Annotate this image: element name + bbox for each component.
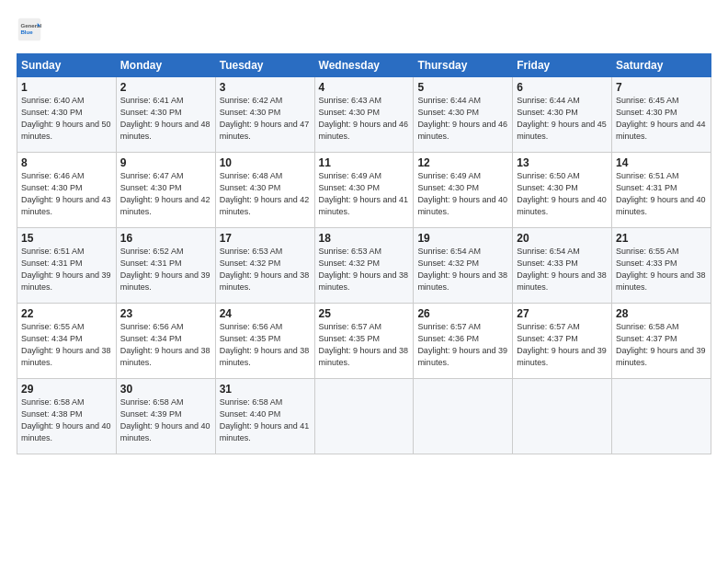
day-number: 10 bbox=[220, 156, 311, 169]
header-thursday: Thursday bbox=[414, 54, 513, 77]
day-info: Sunrise: 6:56 AMSunset: 4:34 PMDaylight:… bbox=[120, 322, 210, 367]
day-info: Sunrise: 6:49 AMSunset: 4:30 PMDaylight:… bbox=[417, 171, 507, 216]
header-tuesday: Tuesday bbox=[215, 54, 314, 77]
calendar-week-row: 22 Sunrise: 6:55 AMSunset: 4:34 PMDaylig… bbox=[17, 304, 711, 379]
calendar-week-row: 29 Sunrise: 6:58 AMSunset: 4:38 PMDaylig… bbox=[17, 379, 711, 454]
day-info: Sunrise: 6:45 AMSunset: 4:30 PMDaylight:… bbox=[616, 96, 706, 141]
day-number: 24 bbox=[220, 307, 311, 320]
day-number: 17 bbox=[220, 232, 311, 245]
calendar-cell: 13 Sunrise: 6:50 AMSunset: 4:30 PMDaylig… bbox=[513, 153, 612, 228]
calendar-cell: 17 Sunrise: 6:53 AMSunset: 4:32 PMDaylig… bbox=[215, 228, 314, 304]
calendar-cell: 26 Sunrise: 6:57 AMSunset: 4:36 PMDaylig… bbox=[414, 304, 513, 379]
day-number: 4 bbox=[319, 81, 410, 94]
day-number: 3 bbox=[220, 81, 311, 94]
calendar-week-row: 8 Sunrise: 6:46 AMSunset: 4:30 PMDayligh… bbox=[17, 153, 711, 228]
calendar-table: SundayMondayTuesdayWednesdayThursdayFrid… bbox=[17, 53, 711, 454]
calendar-cell bbox=[314, 379, 414, 454]
day-number: 29 bbox=[21, 383, 112, 396]
day-number: 25 bbox=[319, 307, 410, 320]
day-number: 9 bbox=[120, 156, 211, 169]
day-number: 15 bbox=[21, 232, 112, 245]
day-number: 14 bbox=[616, 156, 707, 169]
calendar-cell: 22 Sunrise: 6:55 AMSunset: 4:34 PMDaylig… bbox=[17, 304, 117, 379]
calendar-cell: 11 Sunrise: 6:49 AMSunset: 4:30 PMDaylig… bbox=[314, 153, 414, 228]
header-sunday: Sunday bbox=[17, 54, 117, 77]
header-saturday: Saturday bbox=[612, 54, 711, 77]
calendar-week-row: 15 Sunrise: 6:51 AMSunset: 4:31 PMDaylig… bbox=[17, 228, 711, 304]
day-info: Sunrise: 6:55 AMSunset: 4:33 PMDaylight:… bbox=[616, 247, 706, 292]
calendar-cell: 18 Sunrise: 6:53 AMSunset: 4:32 PMDaylig… bbox=[314, 228, 414, 304]
day-info: Sunrise: 6:54 AMSunset: 4:32 PMDaylight:… bbox=[417, 247, 507, 292]
day-info: Sunrise: 6:40 AMSunset: 4:30 PMDaylight:… bbox=[21, 96, 111, 141]
calendar-cell bbox=[414, 379, 513, 454]
day-number: 23 bbox=[120, 307, 211, 320]
calendar-cell: 20 Sunrise: 6:54 AMSunset: 4:33 PMDaylig… bbox=[513, 228, 612, 304]
calendar-cell: 21 Sunrise: 6:55 AMSunset: 4:33 PMDaylig… bbox=[612, 228, 711, 304]
day-number: 11 bbox=[319, 156, 410, 169]
day-number: 28 bbox=[616, 307, 707, 320]
calendar-cell: 7 Sunrise: 6:45 AMSunset: 4:30 PMDayligh… bbox=[612, 77, 711, 153]
day-number: 12 bbox=[417, 156, 508, 169]
calendar-header-row: SundayMondayTuesdayWednesdayThursdayFrid… bbox=[17, 54, 711, 77]
calendar-cell: 6 Sunrise: 6:44 AMSunset: 4:30 PMDayligh… bbox=[513, 77, 612, 153]
calendar-cell: 28 Sunrise: 6:58 AMSunset: 4:37 PMDaylig… bbox=[612, 304, 711, 379]
day-info: Sunrise: 6:54 AMSunset: 4:33 PMDaylight:… bbox=[517, 247, 607, 292]
header-monday: Monday bbox=[116, 54, 215, 77]
calendar-cell: 15 Sunrise: 6:51 AMSunset: 4:31 PMDaylig… bbox=[17, 228, 117, 304]
day-info: Sunrise: 6:42 AMSunset: 4:30 PMDaylight:… bbox=[220, 96, 310, 141]
day-number: 27 bbox=[517, 307, 608, 320]
day-info: Sunrise: 6:44 AMSunset: 4:30 PMDaylight:… bbox=[517, 96, 607, 141]
day-info: Sunrise: 6:58 AMSunset: 4:40 PMDaylight:… bbox=[220, 397, 310, 442]
calendar-cell bbox=[612, 379, 711, 454]
calendar-cell: 12 Sunrise: 6:49 AMSunset: 4:30 PMDaylig… bbox=[414, 153, 513, 228]
day-number: 22 bbox=[21, 307, 112, 320]
day-info: Sunrise: 6:58 AMSunset: 4:37 PMDaylight:… bbox=[616, 322, 706, 367]
calendar-cell: 5 Sunrise: 6:44 AMSunset: 4:30 PMDayligh… bbox=[414, 77, 513, 153]
day-number: 6 bbox=[517, 81, 608, 94]
day-info: Sunrise: 6:52 AMSunset: 4:31 PMDaylight:… bbox=[120, 247, 210, 292]
calendar-cell: 8 Sunrise: 6:46 AMSunset: 4:30 PMDayligh… bbox=[17, 153, 117, 228]
day-info: Sunrise: 6:49 AMSunset: 4:30 PMDaylight:… bbox=[319, 171, 409, 216]
day-number: 19 bbox=[417, 232, 508, 245]
day-info: Sunrise: 6:53 AMSunset: 4:32 PMDaylight:… bbox=[220, 247, 310, 292]
logo: General Blue bbox=[17, 17, 46, 42]
calendar-week-row: 1 Sunrise: 6:40 AMSunset: 4:30 PMDayligh… bbox=[17, 77, 711, 153]
calendar-cell: 14 Sunrise: 6:51 AMSunset: 4:31 PMDaylig… bbox=[612, 153, 711, 228]
calendar-cell: 24 Sunrise: 6:56 AMSunset: 4:35 PMDaylig… bbox=[215, 304, 314, 379]
day-info: Sunrise: 6:57 AMSunset: 4:35 PMDaylight:… bbox=[319, 322, 409, 367]
day-number: 26 bbox=[417, 307, 508, 320]
day-info: Sunrise: 6:43 AMSunset: 4:30 PMDaylight:… bbox=[319, 96, 409, 141]
day-info: Sunrise: 6:46 AMSunset: 4:30 PMDaylight:… bbox=[21, 171, 111, 216]
day-number: 7 bbox=[616, 81, 707, 94]
calendar-cell: 1 Sunrise: 6:40 AMSunset: 4:30 PMDayligh… bbox=[17, 77, 117, 153]
day-info: Sunrise: 6:51 AMSunset: 4:31 PMDaylight:… bbox=[21, 247, 111, 292]
day-number: 30 bbox=[120, 383, 211, 396]
calendar-cell: 4 Sunrise: 6:43 AMSunset: 4:30 PMDayligh… bbox=[314, 77, 414, 153]
header-wednesday: Wednesday bbox=[314, 54, 414, 77]
logo-icon: General Blue bbox=[17, 17, 42, 42]
day-number: 2 bbox=[120, 81, 211, 94]
calendar-cell: 25 Sunrise: 6:57 AMSunset: 4:35 PMDaylig… bbox=[314, 304, 414, 379]
calendar-cell: 3 Sunrise: 6:42 AMSunset: 4:30 PMDayligh… bbox=[215, 77, 314, 153]
svg-text:Blue: Blue bbox=[20, 29, 33, 35]
day-number: 1 bbox=[21, 81, 112, 94]
day-info: Sunrise: 6:47 AMSunset: 4:30 PMDaylight:… bbox=[120, 171, 210, 216]
calendar-cell: 2 Sunrise: 6:41 AMSunset: 4:30 PMDayligh… bbox=[116, 77, 215, 153]
day-info: Sunrise: 6:56 AMSunset: 4:35 PMDaylight:… bbox=[220, 322, 310, 367]
day-info: Sunrise: 6:57 AMSunset: 4:37 PMDaylight:… bbox=[517, 322, 607, 367]
calendar-cell bbox=[513, 379, 612, 454]
day-number: 13 bbox=[517, 156, 608, 169]
day-number: 20 bbox=[517, 232, 608, 245]
day-number: 8 bbox=[21, 156, 112, 169]
day-info: Sunrise: 6:58 AMSunset: 4:39 PMDaylight:… bbox=[120, 397, 210, 442]
day-number: 5 bbox=[417, 81, 508, 94]
day-info: Sunrise: 6:53 AMSunset: 4:32 PMDaylight:… bbox=[319, 247, 409, 292]
calendar-cell: 29 Sunrise: 6:58 AMSunset: 4:38 PMDaylig… bbox=[17, 379, 117, 454]
calendar-cell: 16 Sunrise: 6:52 AMSunset: 4:31 PMDaylig… bbox=[116, 228, 215, 304]
day-number: 16 bbox=[120, 232, 211, 245]
day-number: 18 bbox=[319, 232, 410, 245]
day-number: 21 bbox=[616, 232, 707, 245]
calendar-cell: 10 Sunrise: 6:48 AMSunset: 4:30 PMDaylig… bbox=[215, 153, 314, 228]
calendar-cell: 23 Sunrise: 6:56 AMSunset: 4:34 PMDaylig… bbox=[116, 304, 215, 379]
calendar-cell: 31 Sunrise: 6:58 AMSunset: 4:40 PMDaylig… bbox=[215, 379, 314, 454]
